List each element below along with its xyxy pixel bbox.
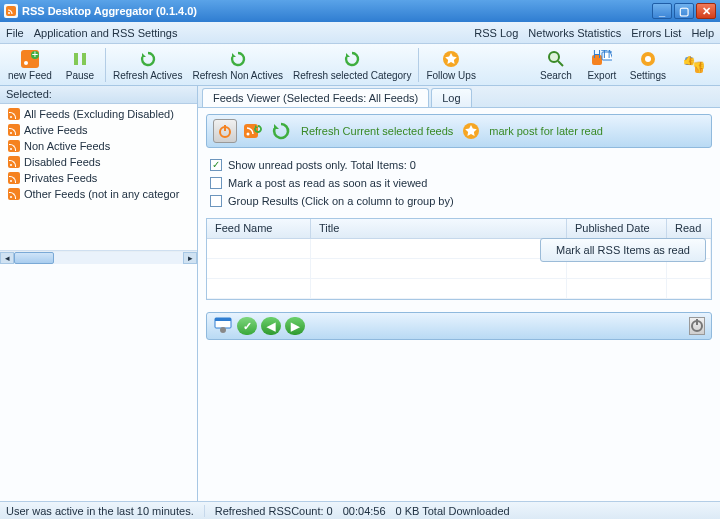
- pause-icon: [70, 49, 90, 69]
- mark-as-read-checkbox[interactable]: [210, 177, 222, 189]
- menu-rss-log[interactable]: RSS Log: [474, 27, 518, 39]
- status-bar: User was active in the last 10 minutes. …: [0, 501, 720, 519]
- svg-text:👎: 👎: [692, 60, 704, 74]
- tab-feeds-viewer[interactable]: Feeds Viewer (Selected Feeds: All Feeds): [202, 88, 429, 107]
- rss-icon: [8, 124, 20, 136]
- minimize-button[interactable]: _: [652, 3, 672, 19]
- group-results-label: Group Results (Click on a column to grou…: [228, 195, 454, 207]
- power-button-bottom[interactable]: [689, 317, 705, 335]
- scroll-left-arrow[interactable]: ◂: [0, 252, 14, 264]
- feed-tree: All Feeds (Excluding Disabled) Active Fe…: [0, 104, 197, 250]
- scroll-track[interactable]: [14, 252, 183, 264]
- gear-icon: [638, 49, 658, 69]
- maximize-button[interactable]: ▢: [674, 3, 694, 19]
- svg-point-1: [8, 12, 10, 14]
- main-panel: Feeds Viewer (Selected Feeds: All Feeds)…: [198, 86, 720, 501]
- search-button[interactable]: Search: [534, 46, 578, 84]
- svg-rect-6: [74, 53, 78, 65]
- tree-item-other-feeds[interactable]: Other Feeds (not in any categor: [4, 186, 193, 202]
- refresh-non-actives-button[interactable]: Refresh Non Actives: [188, 46, 287, 84]
- rss-plus-icon: +: [20, 49, 40, 69]
- export-button[interactable]: HTML Export: [580, 46, 624, 84]
- show-unread-checkbox[interactable]: [210, 159, 222, 171]
- follow-ups-button[interactable]: Follow Ups: [422, 46, 479, 84]
- sidebar-empty-area: [0, 264, 197, 501]
- menu-errors-list[interactable]: Errors List: [631, 27, 681, 39]
- tree-item-active-feeds[interactable]: Active Feeds: [4, 122, 193, 138]
- svg-rect-26: [215, 318, 231, 321]
- svg-point-3: [24, 61, 28, 65]
- power-button[interactable]: [213, 119, 237, 143]
- menu-file[interactable]: File: [6, 27, 24, 39]
- table-row[interactable]: [207, 259, 711, 279]
- mark-later-label: mark post for later read: [489, 125, 603, 137]
- options-panel: Show unread posts only. Total Items: 0 M…: [198, 154, 720, 212]
- col-read[interactable]: Read: [667, 219, 711, 238]
- refresh-icon: [342, 49, 362, 69]
- viewer-nav-bar: ✓ ◀ ▶: [206, 312, 712, 340]
- refresh-current-label: Refresh Current selected feeds: [301, 125, 453, 137]
- pause-button[interactable]: Pause: [58, 46, 102, 84]
- new-feed-button[interactable]: + new Feed: [4, 46, 56, 84]
- menu-network-statistics[interactable]: Networks Statistics: [528, 27, 621, 39]
- refresh-green-icon[interactable]: [269, 119, 293, 143]
- col-title[interactable]: Title: [311, 219, 567, 238]
- window-title: RSS Desktop Aggregator (0.1.4.0): [22, 5, 650, 17]
- thumbs-icon: 👍👎: [684, 55, 704, 75]
- status-refresh-count: Refreshed RSSCount: 0: [215, 505, 333, 517]
- refresh-icon: [228, 49, 248, 69]
- feed-refresh-icon[interactable]: [241, 119, 265, 143]
- star-icon: [441, 49, 461, 69]
- scroll-thumb[interactable]: [14, 252, 54, 264]
- tree-item-private-feeds[interactable]: Privates Feeds: [4, 170, 193, 186]
- sidebar-heading: Selected:: [0, 86, 197, 104]
- close-button[interactable]: ✕: [696, 3, 716, 19]
- workspace: Selected: All Feeds (Excluding Disabled)…: [0, 86, 720, 501]
- svg-point-9: [549, 52, 559, 62]
- confirm-button[interactable]: ✓: [237, 317, 257, 335]
- app-icon: [4, 4, 18, 18]
- tree-item-all-feeds[interactable]: All Feeds (Excluding Disabled): [4, 106, 193, 122]
- scroll-right-arrow[interactable]: ▸: [183, 252, 197, 264]
- rss-icon: [8, 108, 20, 120]
- menu-help[interactable]: Help: [691, 27, 714, 39]
- svg-point-23: [247, 133, 250, 136]
- menu-bar: File Application and RSS Settings RSS Lo…: [0, 22, 720, 44]
- rss-icon: [8, 172, 20, 184]
- menu-app-settings[interactable]: Application and RSS Settings: [34, 27, 178, 39]
- svg-text:HTML: HTML: [593, 50, 612, 60]
- tab-log[interactable]: Log: [431, 88, 471, 107]
- export-html-icon: HTML: [592, 49, 612, 69]
- status-download: 0 KB Total Downloaded: [396, 505, 510, 517]
- svg-rect-7: [82, 53, 86, 65]
- html-view-button[interactable]: [213, 316, 233, 336]
- table-row[interactable]: [207, 279, 711, 299]
- svg-point-15: [645, 56, 651, 62]
- prev-button[interactable]: ◀: [261, 317, 281, 335]
- tree-item-non-active-feeds[interactable]: Non Active Feeds: [4, 138, 193, 154]
- action-bar: Refresh Current selected feeds mark post…: [206, 114, 712, 148]
- refresh-selected-category-button[interactable]: Refresh selected Category: [289, 46, 415, 84]
- main-toolbar: + new Feed Pause Refresh Actives Refresh…: [0, 44, 720, 86]
- refresh-icon: [138, 49, 158, 69]
- title-bar: RSS Desktop Aggregator (0.1.4.0) _ ▢ ✕: [0, 0, 720, 22]
- next-button[interactable]: ▶: [285, 317, 305, 335]
- group-results-checkbox[interactable]: [210, 195, 222, 207]
- tree-item-disabled-feeds[interactable]: Disabled Feeds: [4, 154, 193, 170]
- settings-button[interactable]: Settings: [626, 46, 670, 84]
- star-mark-icon[interactable]: [461, 121, 481, 141]
- sidebar-hscrollbar[interactable]: ◂ ▸: [0, 250, 197, 264]
- sidebar: Selected: All Feeds (Excluding Disabled)…: [0, 86, 198, 501]
- mark-all-read-button[interactable]: Mark all RSS Items as read: [540, 238, 706, 262]
- tab-strip: Feeds Viewer (Selected Feeds: All Feeds)…: [198, 86, 720, 108]
- col-feed-name[interactable]: Feed Name: [207, 219, 311, 238]
- refresh-actives-button[interactable]: Refresh Actives: [109, 46, 186, 84]
- rss-icon: [8, 188, 20, 200]
- grid-header: Feed Name Title Published Date Read: [207, 219, 711, 239]
- thumbs-button[interactable]: 👍👎: [672, 46, 716, 84]
- rss-icon: [8, 140, 20, 152]
- col-published-date[interactable]: Published Date: [567, 219, 667, 238]
- show-unread-label: Show unread posts only. Total Items: 0: [228, 159, 416, 171]
- status-activity: User was active in the last 10 minutes.: [6, 505, 205, 517]
- search-icon: [546, 49, 566, 69]
